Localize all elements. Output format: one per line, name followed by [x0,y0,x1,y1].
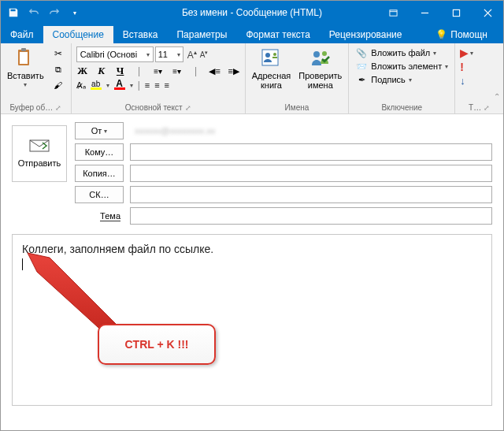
title-bar: ▾ Без имени - Сообщение (HTML) [1,1,503,24]
ribbon-group-clipboard: Вставить ▾ ✂ ⧉ 🖌 Буфер об… ⤢ [1,43,72,113]
maximize-icon[interactable] [440,1,472,24]
annotation-callout: CTRL + K !!! [98,318,216,365]
save-icon[interactable] [7,6,20,19]
check-names-button[interactable]: Проверить имена [295,45,345,102]
copy-icon: ⧉ [55,65,61,75]
highlight-button[interactable]: ab [91,81,102,90]
follow-up-button[interactable]: ▶▾ [460,46,473,59]
collapse-ribbon-icon[interactable]: ⌃ [494,92,500,101]
undo-icon[interactable] [28,6,40,19]
signature-button[interactable]: ✒ Подпись ▾ [354,73,450,86]
close-icon[interactable] [472,1,503,24]
window-controls [377,1,503,24]
tab-tellme[interactable]: 💡 Помощн [426,26,497,43]
scissors-icon: ✂ [54,48,62,59]
flag-icon: ▶ [460,46,469,59]
quick-access-toolbar: ▾ [1,6,81,19]
attach-file-button[interactable]: 📎 Вложить файл ▾ [354,46,450,59]
compose-header: Отправить От ▾ xxxxxx@xxxxxxxx.xx Кому… … [1,114,503,229]
send-button[interactable]: Отправить [12,125,67,182]
paperclip-icon: 📎 [355,47,368,58]
check-names-icon [309,47,332,69]
ribbon-group-font: Calibri (Основі▾ 11▾ A▴A▾ Ж К Ч | ≡▾ ≡▾ … [72,43,246,113]
ribbon-display-icon[interactable] [377,1,409,24]
ribbon-group-tags: ▶▾ ! ↓ ⌃ Т… ⤢ [455,43,503,113]
subject-input[interactable] [130,207,492,225]
format-painter-button[interactable]: 🖌 [50,78,66,92]
to-input[interactable] [130,143,492,161]
qat-customize-icon[interactable]: ▾ [69,6,81,19]
high-importance-button[interactable]: ! [460,61,464,73]
dialog-launcher-icon[interactable]: ⤢ [185,104,191,112]
chevron-down-icon: ▾ [146,51,150,58]
svg-rect-7 [20,52,28,64]
ribbon: Вставить ▾ ✂ ⧉ 🖌 Буфер об… ⤢ Calibri (Ос… [1,43,503,114]
tab-tellme-label: Помощн [450,29,487,40]
svg-point-13 [313,51,320,58]
address-book-icon [259,47,283,69]
subject-label: Тема [75,211,124,221]
exclamation-icon: ! [460,61,464,73]
attach-item-icon: 📨 [355,61,368,72]
font-name-combo[interactable]: Calibri (Основі▾ [76,46,154,62]
chevron-down-icon: ▾ [24,82,27,89]
ribbon-group-names: Адресная книга Проверить имена Имена [246,43,350,113]
copy-button[interactable]: ⧉ [50,62,66,76]
to-button[interactable]: Кому… [75,143,124,161]
decrease-indent-button[interactable]: ◀≡ [209,66,221,76]
svg-rect-3 [453,9,459,16]
svg-rect-12 [272,57,277,58]
align-left-button[interactable]: ≡ [145,80,150,90]
chevron-down-icon: ▾ [409,76,412,84]
underline-button[interactable]: Ч [114,65,127,77]
dialog-launcher-icon[interactable]: ⤢ [484,104,490,112]
font-size-combo[interactable]: 11▾ [155,46,183,62]
tab-insert[interactable]: Вставка [113,26,168,43]
redo-icon[interactable] [48,6,61,19]
italic-button[interactable]: К [95,65,108,77]
tab-message[interactable]: Сообщение [43,26,113,43]
from-button[interactable]: От ▾ [75,122,124,139]
low-importance-button[interactable]: ↓ [460,75,465,87]
clear-formatting-button[interactable]: A̷ₐ [76,80,86,91]
svg-rect-0 [389,9,396,15]
message-body[interactable]: Коллеги, заполняем файл по ссылке. CTRL … [12,234,492,406]
dialog-launcher-icon[interactable]: ⤢ [55,104,61,112]
ribbon-group-include: 📎 Вложить файл ▾ 📨 Вложить элемент ▾ ✒ П… [349,43,455,113]
send-icon [29,139,50,154]
grow-font-icon[interactable]: A▴ [187,49,197,61]
align-right-button[interactable]: ≡ [165,80,169,90]
attach-item-button[interactable]: 📨 Вложить элемент ▾ [354,60,450,72]
svg-point-11 [273,53,276,56]
bullets-button[interactable]: ≡▾ [152,67,165,76]
tab-file[interactable]: Файл [1,26,43,43]
chevron-down-icon: ▾ [177,51,180,58]
shrink-font-icon[interactable]: A▾ [200,50,209,59]
cc-input[interactable] [130,165,492,182]
paste-icon [13,47,37,69]
down-arrow-icon: ↓ [460,75,465,87]
bcc-button[interactable]: СК… [75,186,124,203]
svg-rect-8 [21,48,26,51]
increase-indent-button[interactable]: ≡▶ [228,66,240,76]
align-center-button[interactable]: ≡ [154,80,159,90]
tab-review[interactable]: Рецензирование [320,26,412,43]
font-color-button[interactable]: A [114,80,125,91]
chevron-down-icon: ▾ [445,63,448,70]
tab-format[interactable]: Формат текста [236,26,319,43]
ribbon-tabs: Файл Сообщение Вставка Параметры Формат … [1,24,503,43]
window-title: Без имени - Сообщение (HTML) [182,7,322,18]
cut-button[interactable]: ✂ [50,46,66,61]
lightbulb-icon: 💡 [435,29,447,40]
from-value: xxxxxx@xxxxxxxx.xx [130,126,220,136]
paste-button[interactable]: Вставить ▾ [4,45,47,102]
address-book-button[interactable]: Адресная книга [249,45,295,102]
tab-options[interactable]: Параметры [167,26,236,43]
numbering-button[interactable]: ≡▾ [171,67,183,76]
callout-text: CTRL + K !!! [98,324,216,365]
cc-button[interactable]: Копия… [75,165,124,182]
svg-point-14 [322,51,327,56]
bcc-input[interactable] [130,186,492,203]
minimize-icon[interactable] [409,1,440,24]
bold-button[interactable]: Ж [76,65,89,77]
